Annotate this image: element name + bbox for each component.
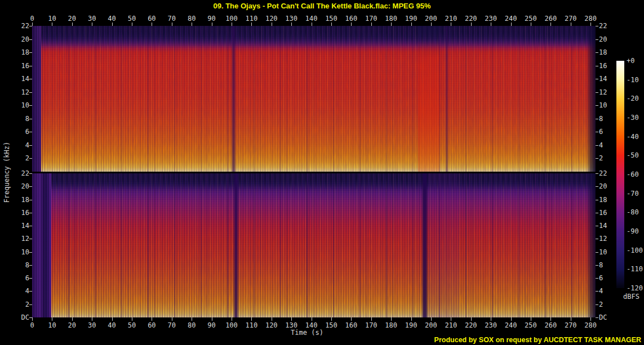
time-tick-mark	[331, 317, 332, 321]
time-tick-mark	[172, 23, 172, 26]
freq-tick-label: 10	[10, 102, 29, 109]
freq-tick-label: 12	[599, 235, 607, 242]
time-tick-label: 260	[545, 322, 557, 329]
freq-tick-mark	[596, 252, 598, 253]
time-tick-label: 0	[30, 15, 34, 22]
time-tick-label: 240	[505, 15, 517, 22]
time-tick-label: 280	[584, 15, 597, 22]
freq-tick-mark	[29, 226, 32, 226]
colorbar-tick-label: -80	[627, 209, 639, 216]
freq-tick-mark	[29, 66, 32, 66]
freq-tick-label: 4	[599, 142, 603, 149]
freq-tick-mark	[596, 186, 598, 187]
time-tick-mark	[491, 23, 491, 26]
time-tick-label: 150	[325, 15, 337, 22]
time-tick-label: 170	[365, 322, 377, 329]
freq-tick-label: 18	[599, 49, 607, 56]
freq-tick-mark	[596, 239, 598, 239]
time-tick-mark	[232, 23, 232, 26]
freq-tick-mark	[29, 213, 32, 213]
time-tick-label: 40	[108, 15, 116, 22]
time-tick-mark	[351, 23, 352, 26]
freq-tick-mark	[596, 226, 598, 226]
time-tick-mark	[331, 23, 332, 26]
time-tick-label: 230	[485, 322, 497, 329]
freq-tick-mark	[596, 213, 598, 213]
freq-tick-label: 6	[599, 275, 603, 281]
freq-tick-label: 12	[10, 89, 29, 96]
time-tick-mark	[291, 23, 292, 26]
quiet-gap-102s	[231, 26, 236, 172]
time-tick-label: 130	[285, 15, 297, 22]
colorbar-tick-label: -100	[627, 247, 643, 254]
time-tick-mark	[132, 317, 132, 321]
time-tick-label: 60	[148, 15, 156, 22]
time-tick-label: 210	[445, 15, 458, 22]
time-tick-mark	[511, 317, 512, 321]
time-tick-mark	[152, 23, 152, 26]
freq-tick-label: 20	[599, 183, 607, 190]
time-tick-label: 80	[188, 322, 196, 329]
time-tick-mark	[431, 23, 432, 26]
time-tick-label: 220	[465, 15, 477, 22]
time-tick-label: 30	[88, 15, 96, 22]
spectrogram-noise-overlay	[32, 173, 596, 317]
freq-tick-label: 6	[599, 128, 603, 135]
time-tick-mark	[451, 317, 451, 321]
freq-tick-label: 14	[10, 222, 29, 229]
time-tick-label: 30	[88, 322, 96, 329]
time-tick-label: 160	[345, 15, 358, 22]
freq-tick-label: DC	[599, 314, 607, 321]
time-tick-label: 90	[207, 322, 215, 329]
freq-tick-label: 2	[10, 155, 29, 162]
freq-tick-mark	[29, 158, 32, 159]
time-tick-label: 40	[108, 322, 116, 329]
time-tick-mark	[212, 23, 212, 26]
freq-tick-label: 4	[10, 142, 29, 149]
freq-tick-mark	[29, 119, 32, 119]
freq-tick-label: 6	[10, 128, 29, 135]
time-tick-label: 160	[345, 322, 358, 329]
time-tick-mark	[351, 317, 352, 321]
freq-tick-label: 18	[599, 196, 607, 203]
spectrogram-panel-right-channel	[32, 173, 596, 317]
freq-tick-label: 2	[599, 155, 603, 162]
freq-tick-label: 16	[599, 62, 607, 69]
time-tick-mark	[491, 317, 491, 321]
time-tick-mark	[272, 23, 272, 26]
time-tick-mark	[112, 317, 113, 321]
freq-tick-mark	[29, 291, 32, 292]
colorbar-unit-label: dBFS	[623, 293, 639, 301]
freq-tick-mark	[596, 158, 598, 159]
time-tick-mark	[371, 23, 372, 26]
freq-tick-label: 16	[10, 209, 29, 216]
time-tick-label: 110	[246, 15, 258, 22]
freq-tick-mark	[29, 304, 32, 305]
time-tick-mark	[72, 23, 73, 26]
freq-tick-label: 4	[599, 288, 603, 294]
time-tick-label: 150	[325, 322, 337, 329]
freq-tick-mark	[596, 92, 598, 93]
freq-tick-label: 18	[10, 196, 29, 203]
time-tick-label: 80	[188, 15, 196, 22]
credit-text: Produced by SOX on request by AUCDTECT T…	[434, 336, 641, 344]
time-tick-mark	[590, 317, 591, 321]
freq-tick-label: 20	[10, 183, 29, 190]
freq-tick-label: 4	[10, 288, 29, 294]
freq-tick-label: 22	[10, 170, 29, 177]
time-tick-mark	[212, 317, 212, 321]
freq-tick-mark	[596, 119, 598, 119]
quiet-gap-208s	[445, 26, 448, 172]
freq-tick-label: 6	[10, 275, 29, 281]
freq-tick-mark	[596, 200, 598, 200]
time-tick-mark	[152, 317, 152, 321]
time-tick-label: 50	[128, 15, 136, 22]
time-tick-mark	[411, 317, 412, 321]
freq-tick-label: 8	[10, 262, 29, 268]
time-tick-mark	[371, 317, 372, 321]
time-tick-label: 100	[225, 322, 238, 329]
time-tick-label: 190	[405, 15, 418, 22]
colorbar-tick-label: -50	[627, 152, 639, 159]
colorbar-tick-label: -60	[627, 171, 639, 178]
time-tick-label: 250	[525, 322, 537, 329]
